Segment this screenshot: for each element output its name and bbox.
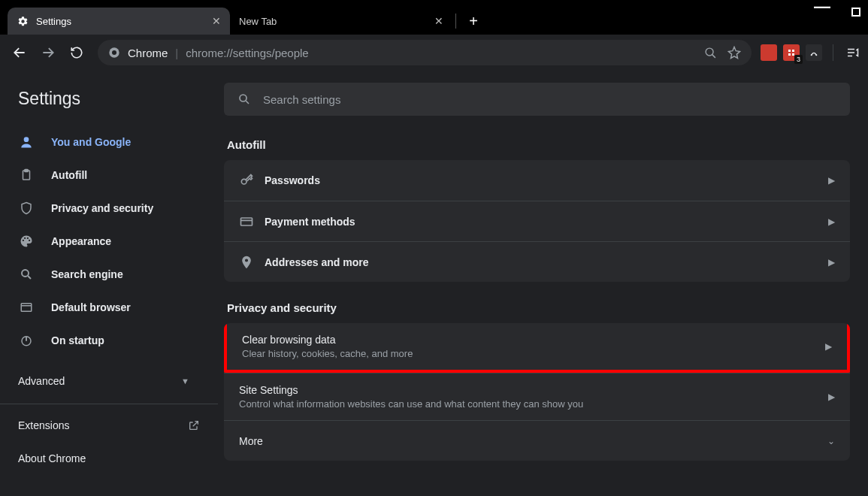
close-icon[interactable]: ✕	[212, 15, 221, 27]
sidebar-item-label: Extensions	[18, 419, 69, 431]
chevron-down-icon: ⌄	[827, 436, 835, 446]
autofill-card: Passwords ▶ Payment methods ▶ Addresses …	[224, 160, 850, 282]
privacy-card: Clear browsing data Clear history, cooki…	[224, 323, 850, 461]
chevron-right-icon: ▶	[828, 216, 835, 227]
external-link-icon	[188, 419, 200, 431]
tab-settings[interactable]: Settings ✕	[8, 8, 230, 35]
row-clear-browsing-data[interactable]: Clear browsing data Clear history, cooki…	[224, 323, 850, 373]
chevron-down-icon: ▼	[181, 377, 189, 386]
row-subtitle: Clear history, cookies, cache, and more	[242, 348, 825, 359]
row-addresses[interactable]: Addresses and more ▶	[224, 241, 850, 282]
page-title: Settings	[0, 89, 218, 126]
row-privacy-more[interactable]: More ⌄	[224, 420, 850, 461]
row-passwords[interactable]: Passwords ▶	[224, 160, 850, 201]
sidebar-item-label: Appearance	[51, 235, 111, 247]
back-button[interactable]	[8, 41, 32, 65]
sidebar-item-privacy[interactable]: Privacy and security	[0, 192, 218, 225]
svg-point-16	[241, 179, 246, 184]
chevron-right-icon: ▶	[825, 341, 832, 352]
row-title: Payment methods	[265, 216, 828, 228]
tab-title: New Tab	[239, 16, 277, 27]
row-title: Passwords	[265, 174, 828, 186]
reload-button[interactable]	[65, 41, 89, 65]
svg-rect-13	[21, 304, 32, 312]
sidebar-item-label: You and Google	[51, 136, 131, 148]
sidebar-item-label: About Chrome	[18, 452, 86, 464]
credit-card-icon	[239, 214, 265, 229]
palette-icon	[18, 234, 35, 248]
extension-2-icon[interactable]: 3	[783, 44, 800, 61]
omnibox-url: chrome://settings/people	[186, 47, 308, 59]
search-icon	[18, 268, 35, 281]
window-minimize-icon[interactable]: —	[814, 0, 830, 15]
svg-rect-3	[788, 50, 791, 52]
svg-rect-11	[25, 170, 29, 172]
tab-new-tab[interactable]: New Tab ✕	[230, 8, 452, 35]
tab-strip: Settings ✕ New Tab ✕ +	[0, 0, 868, 35]
settings-main: Autofill Passwords ▶ Payment methods ▶	[218, 71, 868, 496]
settings-search[interactable]	[224, 83, 850, 116]
sidebar-item-on-startup[interactable]: On startup	[0, 324, 218, 357]
section-title-privacy: Privacy and security	[224, 291, 850, 323]
omnibox-separator: |	[175, 47, 178, 59]
omnibox-chip: Chrome	[128, 47, 168, 59]
chrome-page-icon	[108, 47, 120, 59]
sidebar-divider	[0, 404, 218, 404]
extension-1-icon[interactable]	[761, 44, 777, 61]
location-pin-icon	[239, 255, 265, 270]
window-maximize-icon[interactable]	[851, 7, 860, 19]
reading-list-icon[interactable]	[844, 44, 860, 61]
sidebar-item-search-engine[interactable]: Search engine	[0, 258, 218, 291]
sidebar-item-autofill[interactable]: Autofill	[0, 159, 218, 192]
forward-button[interactable]	[36, 41, 60, 65]
close-icon[interactable]: ✕	[434, 15, 443, 27]
row-payment[interactable]: Payment methods ▶	[224, 201, 850, 241]
svg-point-1	[112, 50, 116, 55]
row-title: Clear browsing data	[242, 334, 825, 346]
address-bar[interactable]: Chrome | chrome://settings/people	[98, 40, 752, 65]
gear-icon	[17, 15, 29, 27]
zoom-icon[interactable]	[704, 47, 717, 59]
sidebar-item-label: Privacy and security	[51, 202, 153, 214]
bookmark-star-icon[interactable]	[727, 46, 741, 59]
row-title: More	[239, 435, 827, 447]
chevron-right-icon: ▶	[828, 392, 835, 402]
svg-point-9	[24, 137, 29, 142]
row-site-settings[interactable]: Site Settings Control what information w…	[224, 373, 850, 420]
browser-window-icon	[18, 301, 35, 314]
svg-point-7	[811, 54, 812, 56]
sidebar-item-about[interactable]: About Chrome	[0, 442, 218, 475]
toolbar-separator	[833, 44, 833, 61]
sidebar-item-label: On startup	[51, 334, 104, 346]
chevron-right-icon: ▶	[828, 257, 835, 268]
svg-rect-5	[788, 53, 791, 56]
extensions-group: 3	[761, 44, 860, 61]
svg-rect-4	[792, 50, 794, 52]
sidebar-advanced-toggle[interactable]: Advanced ▼	[0, 363, 218, 399]
search-icon	[237, 92, 251, 106]
svg-point-2	[706, 48, 713, 56]
shield-icon	[18, 201, 35, 215]
new-tab-button[interactable]: +	[462, 10, 485, 32]
svg-point-15	[240, 95, 246, 101]
chevron-right-icon: ▶	[828, 175, 835, 186]
extension-3-icon[interactable]	[806, 44, 822, 61]
clipboard-icon	[18, 168, 35, 182]
sidebar-item-appearance[interactable]: Appearance	[0, 225, 218, 258]
browser-toolbar: Chrome | chrome://settings/people 3	[0, 35, 868, 71]
sidebar-item-you-and-google[interactable]: You and Google	[0, 126, 218, 159]
extension-badge: 3	[794, 55, 803, 64]
settings-sidebar: Settings You and Google Autofill Privacy…	[0, 71, 218, 496]
sidebar-item-default-browser[interactable]: Default browser	[0, 291, 218, 324]
tab-separator	[455, 14, 456, 29]
person-icon	[18, 135, 35, 150]
key-icon	[239, 173, 265, 188]
row-title: Addresses and more	[265, 256, 828, 268]
settings-search-input[interactable]	[263, 93, 836, 106]
row-subtitle: Control what information websites can us…	[239, 398, 828, 410]
svg-point-12	[22, 270, 29, 277]
sidebar-advanced-label: Advanced	[18, 375, 65, 387]
sidebar-item-label: Search engine	[51, 268, 123, 280]
svg-point-8	[815, 54, 817, 56]
sidebar-item-extensions[interactable]: Extensions	[0, 409, 218, 442]
